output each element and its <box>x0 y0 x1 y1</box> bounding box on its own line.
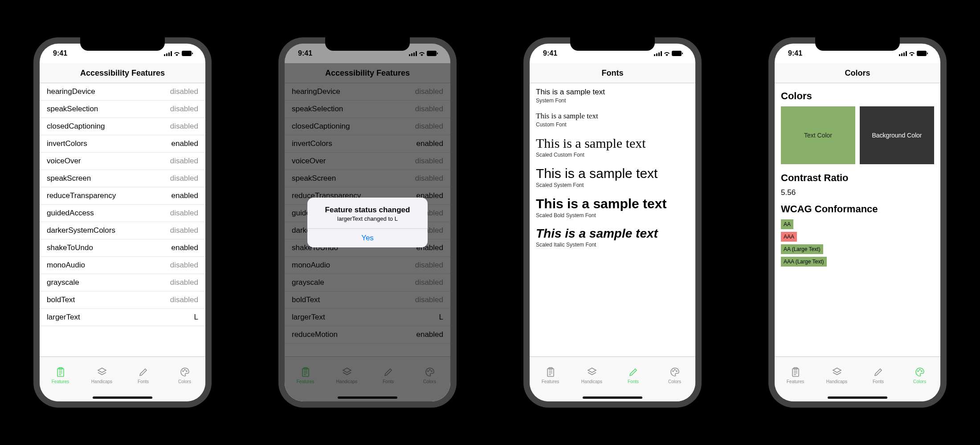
font-sample: This is a sample textScaled System Font <box>536 166 689 188</box>
tab-features[interactable]: Features <box>775 357 816 393</box>
colors-content[interactable]: Colors Text Color Background Color Contr… <box>775 83 940 356</box>
feature-status: L <box>194 313 198 322</box>
tab-colors[interactable]: Colors <box>164 357 205 393</box>
page-title: Accessibility Features <box>80 69 165 78</box>
tab-fonts[interactable]: Fonts <box>612 357 654 393</box>
svg-point-57 <box>918 371 919 372</box>
tab-label: Handicaps <box>91 379 112 384</box>
svg-point-44 <box>676 371 677 372</box>
tab-features[interactable]: Features <box>40 357 81 393</box>
palette-icon <box>669 367 681 378</box>
clipboard-icon <box>544 367 557 378</box>
tab-fonts[interactable]: Fonts <box>858 357 899 393</box>
svg-rect-48 <box>906 51 907 56</box>
feature-row[interactable]: speakSelectiondisabled <box>40 101 205 118</box>
tab-label: Colors <box>913 379 926 384</box>
tab-fonts[interactable]: Fonts <box>122 357 164 393</box>
home-indicator[interactable] <box>93 396 152 399</box>
layers-icon <box>96 367 108 378</box>
battery-icon <box>917 51 928 56</box>
signal-icon <box>654 51 662 56</box>
feature-name: darkerSystemColors <box>47 226 115 235</box>
font-sample: This is a sample textSystem Font <box>536 88 689 104</box>
home-indicator[interactable] <box>583 396 642 399</box>
svg-rect-2 <box>168 53 170 56</box>
sample-text: This is a sample text <box>536 112 689 121</box>
background-color-swatch[interactable]: Background Color <box>860 106 934 164</box>
home-indicator[interactable] <box>828 396 887 399</box>
features-list[interactable]: hearingDevicedisabledspeakSelectiondisab… <box>40 83 205 356</box>
feature-row[interactable]: grayscaledisabled <box>40 274 205 291</box>
pen-icon <box>627 367 640 378</box>
svg-rect-32 <box>658 53 660 56</box>
tab-label: Features <box>787 379 804 384</box>
feature-status: disabled <box>170 122 198 131</box>
feature-name: boldText <box>47 295 75 304</box>
font-sample: This is a sample textScaled Italic Syste… <box>536 227 689 248</box>
tab-features[interactable]: Features <box>530 357 571 393</box>
feature-status: enabled <box>171 191 198 200</box>
feature-name: speakSelection <box>47 105 98 113</box>
battery-icon <box>672 51 683 56</box>
battery-icon <box>182 51 193 56</box>
feature-row[interactable]: hearingDevicedisabled <box>40 83 205 101</box>
tab-label: Features <box>52 379 69 384</box>
wcag-badge: AAA <box>781 232 797 242</box>
feature-status: disabled <box>170 87 198 96</box>
svg-rect-0 <box>164 54 165 56</box>
feature-row[interactable]: boldTextdisabled <box>40 291 205 309</box>
alert-confirm-button[interactable]: Yes <box>307 228 428 247</box>
tab-handicaps[interactable]: Handicaps <box>571 357 612 393</box>
svg-rect-30 <box>654 54 655 56</box>
svg-point-13 <box>184 369 185 370</box>
layers-icon <box>831 367 843 378</box>
svg-rect-5 <box>192 53 193 54</box>
colors-section-heading: Colors <box>781 90 934 102</box>
contrast-ratio-value: 5.56 <box>781 188 934 197</box>
svg-point-58 <box>919 369 920 370</box>
feature-row[interactable]: largerTextL <box>40 309 205 326</box>
signal-icon <box>899 51 907 56</box>
clipboard-icon <box>789 367 802 378</box>
feature-row[interactable]: monoAudiodisabled <box>40 257 205 274</box>
svg-rect-47 <box>903 53 905 56</box>
tab-handicaps[interactable]: Handicaps <box>816 357 858 393</box>
feature-status: disabled <box>170 295 198 304</box>
alert-message: largerText changed to L <box>313 215 422 222</box>
tab-label: Colors <box>178 379 191 384</box>
status-time: 9:41 <box>53 49 67 57</box>
feature-row[interactable]: voiceOverdisabled <box>40 153 205 170</box>
wifi-icon <box>908 51 915 56</box>
svg-point-14 <box>186 371 187 372</box>
fonts-content[interactable]: This is a sample textSystem FontThis is … <box>530 83 695 356</box>
modal-overlay[interactable]: Feature status changed largerText change… <box>285 44 450 401</box>
feature-row[interactable]: shakeToUndoenabled <box>40 239 205 257</box>
feature-row[interactable]: speakScreendisabled <box>40 170 205 187</box>
swatch-label: Text Color <box>804 132 832 139</box>
contrast-ratio-heading: Contrast Ratio <box>781 172 934 184</box>
feature-row[interactable]: darkerSystemColorsdisabled <box>40 222 205 239</box>
status-time: 9:41 <box>543 49 557 57</box>
feature-row[interactable]: invertColorsenabled <box>40 135 205 153</box>
feature-row[interactable]: closedCaptioningdisabled <box>40 118 205 135</box>
tab-handicaps[interactable]: Handicaps <box>81 357 122 393</box>
feature-row[interactable]: guidedAccessdisabled <box>40 205 205 222</box>
tab-colors[interactable]: Colors <box>654 357 695 393</box>
svg-point-42 <box>673 371 674 372</box>
tab-colors[interactable]: Colors <box>899 357 940 393</box>
tab-label: Fonts <box>628 379 639 384</box>
sample-caption: Scaled Italic System Font <box>536 242 689 248</box>
wcag-badges: AAAAAAA (Large Text)AAA (Large Text) <box>781 219 934 267</box>
device-frame-2: 9:41 Accessibility Features hearingDevic… <box>278 37 457 408</box>
feature-row[interactable]: reduceTransparencyenabled <box>40 187 205 205</box>
feature-name: grayscale <box>47 278 79 287</box>
svg-rect-45 <box>899 54 900 56</box>
device-frame-3: 9:41 Fonts This is a sample textSystem F… <box>523 37 702 408</box>
text-color-swatch[interactable]: Text Color <box>781 106 855 164</box>
feature-name: monoAudio <box>47 261 85 270</box>
svg-rect-34 <box>672 51 682 56</box>
wcag-heading: WCAG Conformance <box>781 203 934 215</box>
svg-point-12 <box>183 371 184 372</box>
wcag-badge: AA <box>781 219 793 229</box>
svg-marker-41 <box>588 368 596 372</box>
